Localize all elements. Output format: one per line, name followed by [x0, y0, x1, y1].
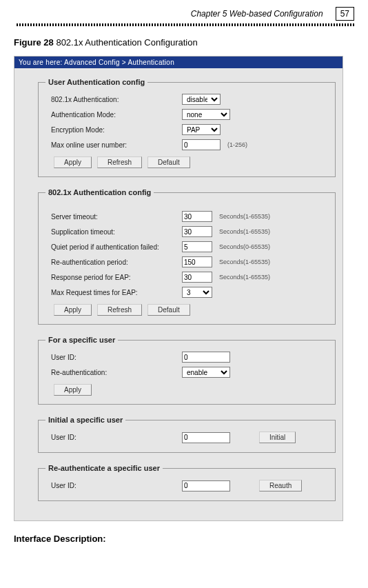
input-reauth-period[interactable] [182, 256, 212, 267]
row-eap-response: Response period for EAP: Seconds(1-65535… [45, 270, 328, 285]
label-max-eap-req: Max Request times for EAP: [45, 289, 182, 296]
input-quiet-period[interactable] [182, 241, 212, 252]
row-max-users: Max online user number: (1-256) [45, 137, 328, 152]
row-spec-reauth: Re-authentication: enable [45, 365, 328, 380]
btnrow-specific: Apply [45, 380, 328, 397]
row-encrypt-mode: Encryption Mode: PAP [45, 122, 328, 137]
row-max-eap-req: Max Request times for EAP: 3 [45, 285, 328, 300]
label-reauth-userid: User ID: [45, 482, 182, 489]
document-page: Chapter 5 Web-based Configuration 57 Fig… [0, 0, 368, 558]
chapter-title: Chapter 5 Web-based Configuration [191, 9, 323, 19]
input-server-timeout[interactable] [182, 211, 212, 222]
select-spec-reauth[interactable]: enable [182, 367, 230, 378]
config-window: You are here: Advanced Config > Authenti… [14, 56, 343, 521]
input-spec-userid[interactable] [182, 352, 230, 363]
page-header: Chapter 5 Web-based Configuration 57 [14, 7, 354, 21]
header-divider [17, 23, 354, 26]
group-specific-user: For a specific user User ID: Re-authenti… [38, 336, 336, 405]
apply-button[interactable]: Apply [54, 384, 92, 396]
label-reauth-period: Re-authentication period: [45, 258, 182, 266]
window-titlebar: You are here: Advanced Config > Authenti… [14, 57, 343, 68]
row-auth-mode: Authentication Mode: none [45, 107, 328, 122]
label-quiet-period: Quiet period if authentication failed: [45, 243, 182, 251]
label-8021x-auth: 802.1x Authentication: [45, 96, 182, 103]
input-eap-response[interactable] [182, 272, 212, 283]
row-supp-timeout: Supplication timeout: Seconds(1-65535) [45, 224, 328, 239]
input-max-users[interactable] [182, 139, 221, 150]
group-8021x-legend: 802.1x Authentication config [45, 188, 154, 196]
page-number: 57 [336, 7, 354, 21]
group-reauth-user: Re-authenticate a specific user User ID:… [38, 464, 336, 501]
figure-title: 802.1x Authentication Configuration [54, 37, 198, 48]
input-initial-userid[interactable] [182, 432, 230, 443]
hint-eap-response: Seconds(1-65535) [219, 274, 270, 281]
row-reauth-period: Re-authentication period: Seconds(1-6553… [45, 254, 328, 270]
row-quiet-period: Quiet period if authentication failed: S… [45, 239, 328, 254]
group-user-auth: User Authentication config 802.1x Authen… [38, 78, 336, 177]
apply-button[interactable]: Apply [54, 156, 92, 168]
label-supp-timeout: Supplication timeout: [45, 228, 182, 236]
refresh-button[interactable]: Refresh [97, 304, 142, 316]
initial-button[interactable]: Initial [259, 432, 296, 443]
hint-quiet-period: Seconds(0-65535) [219, 243, 270, 250]
apply-button[interactable]: Apply [54, 304, 92, 316]
group-initial-user: Initial a specific user User ID: Initial [38, 416, 336, 453]
figure-caption: Figure 28 802.1x Authentication Configur… [14, 37, 354, 48]
hint-max-users: (1-256) [227, 141, 247, 148]
row-8021x-auth: 802.1x Authentication: disable [45, 92, 328, 107]
label-eap-response: Response period for EAP: [45, 274, 182, 281]
select-auth-mode[interactable]: none [182, 109, 230, 120]
hint-supp-timeout: Seconds(1-65535) [219, 228, 270, 235]
window-body: User Authentication config 802.1x Authen… [14, 68, 343, 520]
default-button[interactable]: Default [147, 304, 190, 316]
input-supp-timeout[interactable] [182, 226, 212, 237]
label-server-timeout: Server timeout: [45, 213, 182, 221]
hint-reauth-period: Seconds(1-65535) [219, 258, 270, 265]
row-spec-userid: User ID: [45, 349, 328, 365]
label-initial-userid: User ID: [45, 434, 182, 441]
label-spec-reauth: Re-authentication: [45, 369, 182, 376]
row-server-timeout: Server timeout: Seconds(1-65535) [45, 209, 328, 224]
select-encrypt-mode[interactable]: PAP [182, 124, 221, 135]
btnrow-8021x: Apply Refresh Default [45, 300, 328, 317]
select-8021x-auth[interactable]: disable [182, 94, 221, 105]
group-user-auth-legend: User Authentication config [45, 78, 147, 86]
group-initial-legend: Initial a specific user [45, 416, 125, 424]
row-initial-userid: User ID: Initial [45, 429, 328, 445]
group-reauth-legend: Re-authenticate a specific user [45, 464, 163, 472]
label-auth-mode: Authentication Mode: [45, 111, 182, 119]
select-max-eap-req[interactable]: 3 [182, 287, 212, 298]
reauth-button[interactable]: Reauth [259, 480, 302, 491]
refresh-button[interactable]: Refresh [97, 156, 142, 168]
group-8021x: 802.1x Authentication config Server time… [38, 188, 336, 325]
row-reauth-userid: User ID: Reauth [45, 478, 328, 494]
figure-number: Figure 28 [14, 37, 54, 48]
label-encrypt-mode: Encryption Mode: [45, 126, 182, 134]
label-spec-userid: User ID: [45, 354, 182, 361]
btnrow-user-auth: Apply Refresh Default [45, 152, 328, 170]
interface-description-heading: Interface Description: [14, 534, 354, 544]
group-specific-legend: For a specific user [45, 336, 118, 344]
label-max-users: Max online user number: [45, 141, 182, 149]
default-button[interactable]: Default [147, 156, 190, 168]
input-reauth-userid[interactable] [182, 480, 230, 491]
hint-server-timeout: Seconds(1-65535) [219, 213, 270, 220]
